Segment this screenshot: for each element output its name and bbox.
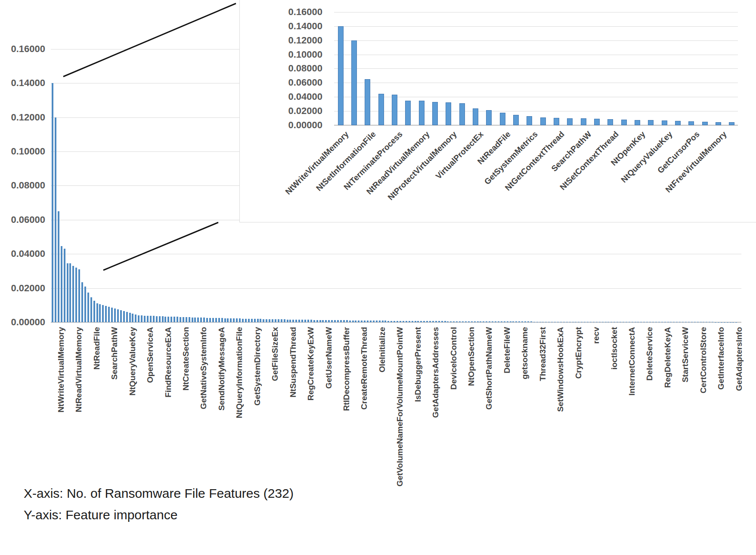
callout-line-bottom: [103, 222, 218, 270]
bar: [581, 322, 582, 322]
bar: [340, 320, 342, 322]
x-axis-category-label: Thread32First: [539, 327, 547, 508]
bar: [515, 321, 517, 322]
bar: [623, 322, 624, 322]
bar: [593, 322, 595, 322]
bar: [626, 322, 627, 322]
bar: [521, 321, 523, 322]
bar: [709, 322, 710, 322]
bar: [480, 321, 481, 322]
gridline: [334, 40, 738, 41]
axis-annotation: X-axis: No. of Ransomware File Features …: [24, 483, 294, 526]
bar: [649, 322, 651, 322]
x-axis-category-label: DeleteFileW: [503, 327, 511, 508]
bar: [392, 95, 397, 125]
x-axis-category-label: GetVolumeNameForVolumeMountPointW: [396, 327, 404, 508]
bar: [313, 320, 315, 322]
bar: [435, 321, 437, 322]
bar: [673, 322, 675, 322]
bar: [610, 322, 612, 322]
bar: [275, 319, 276, 322]
bar: [432, 321, 434, 322]
bar: [186, 317, 187, 322]
bar: [688, 121, 694, 125]
bar: [96, 303, 98, 322]
bar: [599, 322, 601, 322]
bar: [551, 322, 553, 322]
y-axis-tick-label: 0.00000: [0, 317, 45, 328]
bar: [465, 321, 467, 322]
bar: [218, 318, 220, 322]
bar: [376, 321, 378, 322]
y-axis-tick-label: 0.10000: [266, 49, 322, 60]
bar: [233, 318, 235, 322]
bar: [358, 321, 359, 322]
bar: [387, 321, 389, 322]
bar: [635, 322, 636, 322]
bar: [554, 322, 556, 322]
bar: [474, 321, 476, 322]
x-axis-category-label: GetSystemDirectory: [253, 327, 262, 508]
bar: [58, 211, 59, 322]
bar: [400, 321, 401, 322]
bar: [203, 318, 205, 322]
bar: [266, 319, 267, 322]
bar: [93, 301, 95, 322]
bar: [432, 102, 438, 125]
bar: [257, 319, 259, 322]
bar: [120, 310, 122, 322]
x-axis-category-label: getsockname: [521, 327, 529, 508]
x-axis-category-label: DeleteService: [645, 327, 654, 508]
bar: [338, 26, 344, 125]
bar: [590, 322, 592, 322]
bar: [539, 322, 541, 322]
y-axis-note: Y-axis: Feature importance: [24, 504, 294, 526]
x-axis-category-label: GetShortPathNameW: [485, 327, 493, 508]
bar: [486, 321, 487, 322]
bar: [716, 122, 721, 125]
bar: [55, 117, 56, 322]
y-axis-tick-label: 0.00000: [266, 120, 322, 131]
bar: [298, 320, 300, 322]
bar: [675, 121, 681, 125]
bar: [527, 321, 529, 322]
bar: [685, 322, 687, 322]
bar: [602, 322, 604, 322]
bar: [90, 297, 92, 322]
x-axis-category-label: NtQueryValueKey: [128, 327, 137, 508]
x-axis-category-label: NtSuspendThread: [289, 327, 297, 508]
bar: [676, 322, 678, 322]
bar: [607, 322, 609, 322]
bar: [284, 319, 285, 322]
x-axis-category-label: GetAdaptersAddresses: [431, 327, 440, 508]
gridline: [334, 55, 738, 55]
x-axis-category-label: NtOpenSection: [467, 327, 476, 508]
bar: [540, 117, 546, 125]
y-axis-tick-label: 0.12000: [266, 35, 322, 46]
bar: [87, 293, 89, 322]
bar: [197, 318, 199, 322]
bar: [183, 317, 184, 322]
bar: [61, 246, 62, 322]
bar: [331, 320, 333, 322]
bar: [72, 266, 74, 322]
bar: [209, 318, 211, 322]
y-axis-tick-label: 0.10000: [0, 146, 45, 157]
bar: [352, 321, 354, 322]
bar: [254, 319, 256, 322]
bar: [441, 321, 443, 322]
y-axis-tick-label: 0.04000: [0, 248, 45, 259]
bar: [587, 322, 589, 322]
bar: [135, 314, 136, 322]
x-axis-category-label: InternetConnectA: [628, 327, 636, 508]
bar: [607, 119, 613, 125]
bar: [446, 102, 451, 125]
bar: [343, 320, 345, 322]
bar: [456, 321, 458, 322]
bar: [557, 322, 559, 322]
bar: [105, 306, 107, 322]
bar: [444, 321, 446, 322]
x-axis-category-label: GetFileSizeEx: [271, 327, 279, 508]
bar: [397, 321, 398, 322]
bar: [510, 321, 511, 322]
